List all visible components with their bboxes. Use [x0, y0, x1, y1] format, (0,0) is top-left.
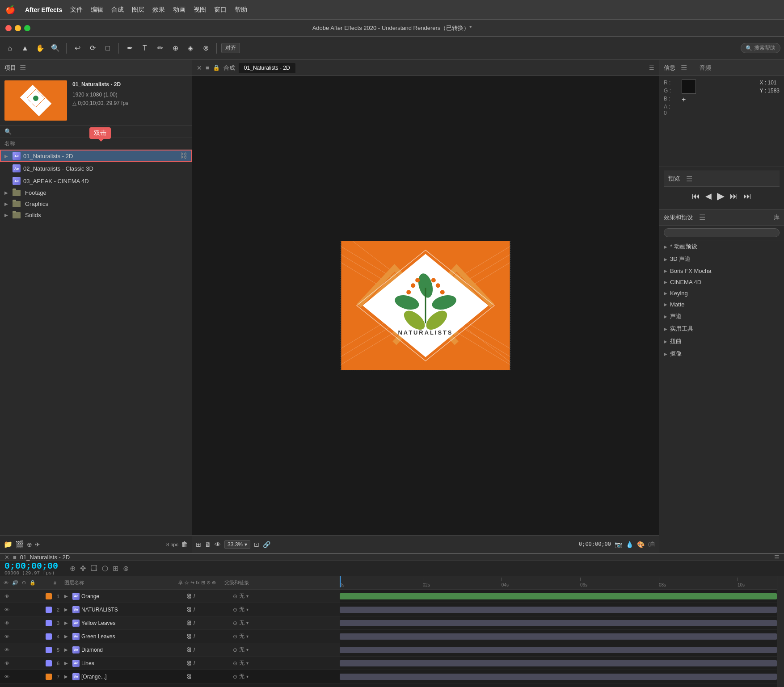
hand-icon[interactable]: ✋ — [34, 42, 46, 54]
menubar-view[interactable]: 视图 — [194, 6, 206, 14]
slash-icon-4[interactable]: / — [194, 633, 195, 640]
layer-row-3[interactable]: 👁 3 ▶ Ae Yellow Leaves ⛓ / ⊙ 无 ▾ — [0, 616, 340, 630]
layer-expand-1[interactable]: ▶ — [64, 594, 71, 599]
rect-icon[interactable]: □ — [101, 42, 114, 54]
menubar-aftereffects[interactable]: After Effects — [25, 6, 62, 13]
effects-menu-icon[interactable]: ☰ — [699, 213, 705, 222]
vis-icon-6[interactable]: 👁 — [4, 660, 10, 666]
parent-dropdown-3[interactable]: ▾ — [246, 620, 249, 625]
minimize-button[interactable] — [15, 25, 21, 31]
camera-icon[interactable]: 📷 — [615, 541, 622, 548]
slash-icon-2[interactable]: / — [194, 607, 195, 613]
tl-ctrl-1[interactable]: ⊕ — [70, 564, 76, 573]
tl-ctrl-4[interactable]: ⬡ — [102, 564, 108, 573]
parent-dropdown[interactable]: ▾ — [246, 594, 249, 599]
parent-dropdown-5[interactable]: ▾ — [246, 647, 249, 652]
slash-icon-6[interactable]: / — [194, 660, 195, 666]
audio-icon-1[interactable] — [13, 593, 18, 599]
new-item-icon[interactable]: ⊕ — [27, 541, 32, 548]
timeline-close-icon[interactable]: ✕ — [4, 554, 9, 561]
comp-close-icon[interactable]: ✕ — [197, 64, 202, 71]
project-search-bar[interactable]: 🔍 双击 — [0, 126, 192, 138]
folder-solids[interactable]: ▶ Solids — [0, 209, 192, 221]
info-menu-icon[interactable]: ☰ — [681, 63, 687, 72]
effect-boris-fx[interactable]: ▶ Boris FX Mocha — [659, 265, 784, 276]
link-icon-2[interactable]: ⛓ — [186, 607, 192, 613]
link-icon[interactable]: ⛓ — [186, 593, 192, 599]
new-comp-icon[interactable]: 🎬 — [15, 540, 24, 549]
color-icon[interactable]: 🎨 — [637, 541, 645, 548]
layer-expand-3[interactable]: ▶ — [64, 620, 71, 625]
pen-icon[interactable]: ✒ — [123, 42, 136, 54]
menubar-edit[interactable]: 编辑 — [91, 6, 103, 14]
effect-matte[interactable]: ▶ Matte — [659, 299, 784, 310]
align-button[interactable]: 对齐 — [221, 43, 240, 53]
prev-back-icon[interactable]: ◀ — [705, 191, 712, 201]
project-item-2[interactable]: Ae 02_Naturalists - Classic 3D — [0, 162, 192, 175]
preview-menu-icon[interactable]: ☰ — [686, 175, 692, 183]
menubar-window[interactable]: 窗口 — [214, 6, 227, 14]
link-icon-4[interactable]: ⛓ — [186, 633, 192, 640]
layer-row-7[interactable]: 👁 7 ▶ Ae [Orange...] ⛓ ⊙ 无 ▾ — [0, 670, 340, 683]
stamp-icon[interactable]: ⊕ — [169, 42, 181, 54]
slash-icon-3[interactable]: / — [194, 620, 195, 626]
layer-expand-4[interactable]: ▶ — [64, 634, 71, 639]
link-icon-5[interactable]: ⛓ — [186, 647, 192, 653]
parent-dropdown-7[interactable]: ▾ — [246, 674, 249, 679]
layer-row-2[interactable]: 👁 2 ▶ Ae NATURALISTS ⛓ / ⊙ 无 ▾ — [0, 603, 340, 616]
tl-ctrl-6[interactable]: ⊗ — [123, 564, 129, 573]
comp-header-menu[interactable]: ☰ — [649, 64, 654, 71]
parent-dropdown-4[interactable]: ▾ — [246, 634, 249, 639]
tl-ctrl-2[interactable]: ✤ — [80, 564, 86, 573]
project-item-1[interactable]: ▶ Ae 01_Naturalists - 2D ⛓ — [0, 150, 192, 162]
effect-keyer[interactable]: ▶ 抠像 — [659, 348, 784, 360]
interpret-icon[interactable]: ✈ — [35, 541, 40, 548]
apple-icon[interactable]: 🍎 — [5, 5, 15, 15]
parent-dropdown-6[interactable]: ▾ — [246, 661, 249, 666]
comp-icon1[interactable]: ⊞ — [196, 541, 201, 548]
effect-distort[interactable]: ▶ 扭曲 — [659, 335, 784, 348]
menubar-help[interactable]: 帮助 — [235, 6, 247, 14]
maximize-button[interactable] — [24, 25, 30, 31]
comp-canvas[interactable]: NATURALISTS — [192, 76, 659, 535]
tl-ctrl-3[interactable]: 🎞 — [90, 565, 97, 573]
lock-icon-1[interactable] — [29, 593, 34, 599]
link-icon-6[interactable]: ⛓ — [186, 660, 192, 666]
home-icon[interactable]: ⌂ — [4, 42, 16, 54]
menubar-composition[interactable]: 合成 — [111, 6, 124, 14]
zoom-control[interactable]: 33.3% ▾ — [224, 540, 250, 549]
effects-search-input[interactable] — [664, 228, 780, 237]
comp-tab[interactable]: 01_Naturalists - 2D — [239, 63, 295, 73]
link-icon-7[interactable]: ⛓ — [186, 674, 192, 680]
project-item-3[interactable]: Ae 03_APEAK - CINEMA 4D — [0, 175, 192, 187]
search-bar[interactable]: 🔍 搜索帮助 — [741, 43, 780, 53]
prev-forward-icon[interactable]: ⏭ — [730, 192, 738, 201]
layer-expand-7[interactable]: ▶ — [64, 674, 71, 679]
effects-search-bar[interactable] — [659, 226, 784, 240]
layer-expand-5[interactable]: ▶ — [64, 647, 71, 652]
text-icon[interactable]: T — [139, 42, 151, 54]
effect-animation-presets[interactable]: ▶ * 动画预设 — [659, 240, 784, 253]
prev-last-icon[interactable]: ⏭ — [743, 192, 751, 201]
solo-icon-1[interactable] — [21, 593, 26, 599]
paint-icon[interactable]: ✏ — [154, 42, 166, 54]
library-tab[interactable]: 库 — [774, 214, 780, 222]
eraser-icon[interactable]: ◈ — [184, 42, 197, 54]
timeline-menu-icon[interactable]: ☰ — [774, 554, 780, 561]
audio-tab[interactable]: 音频 — [700, 64, 711, 72]
slash-icon-5[interactable]: / — [194, 647, 195, 653]
undo-icon[interactable]: ↩ — [71, 42, 84, 54]
folder-footage[interactable]: ▶ Footage — [0, 187, 192, 198]
close-button[interactable] — [5, 25, 12, 31]
layer-row-5[interactable]: 👁 5 ▶ Ae Diamond ⛓ / ⊙ 无 ▾ — [0, 643, 340, 657]
layer-expand-2[interactable]: ▶ — [64, 607, 71, 612]
comp-icon2[interactable]: 🖥 — [205, 541, 211, 548]
fit-icon[interactable]: ⊡ — [254, 541, 259, 548]
menubar-effects[interactable]: 效果 — [152, 6, 165, 14]
vis-icon-2[interactable]: 👁 — [4, 607, 10, 613]
menubar-layer[interactable]: 图层 — [132, 6, 144, 14]
layer-row-1[interactable]: 👁 1 ▶ Ae Orange ⛓ / ⊙ 无 ▾ — [0, 590, 340, 603]
slash-icon[interactable]: / — [194, 593, 195, 599]
rotate-icon[interactable]: ⟳ — [86, 42, 99, 54]
effect-keying[interactable]: ▶ Keying — [659, 288, 784, 299]
